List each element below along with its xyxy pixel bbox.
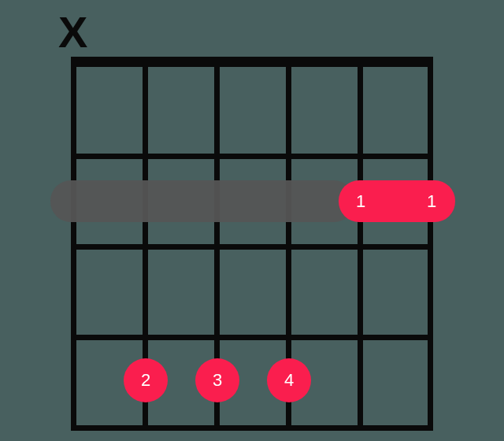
chord-diagram: X 1 1 2 3 4 xyxy=(0,0,504,441)
barre-finger-left: 1 xyxy=(356,191,365,212)
string-2 xyxy=(358,57,363,431)
barre-shadow xyxy=(50,180,354,222)
finger-label: 4 xyxy=(284,370,294,391)
barre: 1 1 xyxy=(339,180,455,222)
fret-line-2 xyxy=(71,244,433,250)
finger-dot-4: 4 xyxy=(267,358,311,402)
fret-line-4 xyxy=(71,425,433,431)
string-1 xyxy=(428,57,433,431)
fret-line-1 xyxy=(71,154,433,159)
string-6 xyxy=(71,57,76,431)
finger-label: 2 xyxy=(141,370,150,391)
finger-dot-3: 3 xyxy=(195,358,239,402)
nut xyxy=(71,57,433,67)
barre-finger-right: 1 xyxy=(427,191,436,212)
finger-label: 3 xyxy=(213,370,222,391)
finger-dot-2: 2 xyxy=(124,358,168,402)
fret-line-3 xyxy=(71,335,433,340)
mute-marker: X xyxy=(58,10,87,54)
